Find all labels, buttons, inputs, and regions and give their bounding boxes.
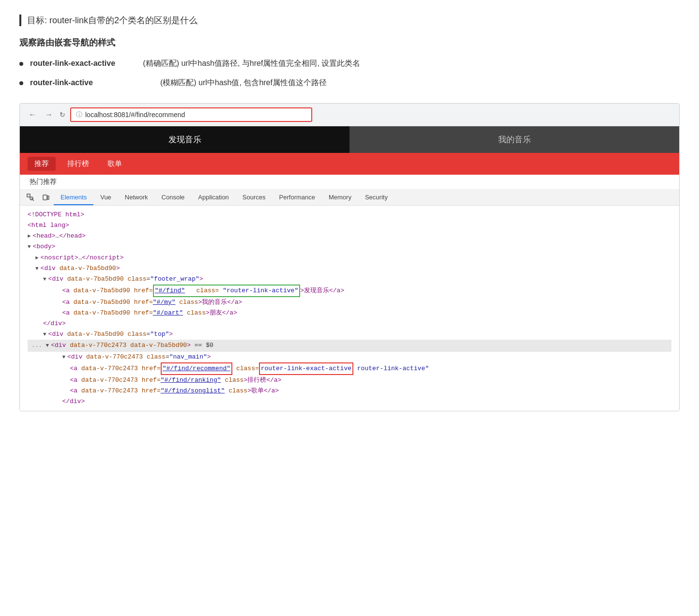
back-button[interactable]: ←: [27, 109, 38, 120]
devtools-tabs: Elements Vue Network Console Application…: [54, 190, 395, 205]
refresh-button[interactable]: ↻: [60, 111, 65, 119]
code-line-div-top: ▼ <div data-v-7ba5bd90 class = "top" >: [28, 329, 671, 340]
triangle-icon[interactable]: ▼: [35, 264, 39, 273]
tab-sources[interactable]: Sources: [236, 190, 273, 205]
triangle-icon[interactable]: ▼: [43, 330, 46, 339]
list-item: router-link-exact-active (精确匹配) url中hash…: [19, 57, 680, 70]
bullet-list: router-link-exact-active (精确匹配) url中hash…: [19, 57, 680, 89]
triangle-icon[interactable]: ▼: [28, 242, 31, 252]
tab-application[interactable]: Application: [191, 190, 236, 205]
devtools-toolbar: Elements Vue Network Console Application…: [20, 190, 679, 206]
tag-text: <head>: [33, 231, 56, 241]
tag-text: <html lang>: [28, 220, 69, 231]
code-line-div-outer: ▼ <div data-v-7ba5bd90 >: [28, 263, 671, 274]
code-line-div-close2: </div>: [28, 396, 671, 407]
music-subnav: 推荐 排行榜 歌单: [20, 153, 679, 175]
forward-button[interactable]: →: [43, 109, 55, 120]
code-line-a-songlist: <a data-v-770c2473 href= "#/find/songlis…: [28, 386, 671, 396]
tab-performance[interactable]: Performance: [273, 190, 322, 205]
goal-text: router-link自带的2个类名的区别是什么: [49, 15, 198, 25]
svg-rect-3: [47, 196, 49, 199]
code-line-div-highlighted: ... ▼ <div data-v-770c2473 data-v-7ba5bd…: [28, 340, 671, 351]
bullet-dot: [19, 62, 23, 66]
music-nav: 发现音乐 我的音乐: [20, 126, 679, 153]
triangle-icon[interactable]: ▼: [46, 341, 49, 350]
svg-rect-0: [27, 194, 30, 197]
code-line-head: ► <head>…</head>: [28, 231, 671, 241]
subnav-recommend[interactable]: 推荐: [28, 157, 56, 171]
music-nav-discover[interactable]: 发现音乐: [20, 126, 350, 153]
goal-label: 目标:: [27, 15, 47, 25]
tag-text: <!DOCTYPE html>: [28, 210, 84, 220]
code-line-div-close1: </div>: [28, 318, 671, 329]
list-item: router-link-active (模糊匹配) url中hash值, 包含h…: [19, 76, 680, 89]
tab-network[interactable]: Network: [118, 190, 155, 205]
inspect-element-button[interactable]: [24, 191, 37, 204]
browser-bar: ← → ↻ ⓘ localhost:8081/#/find/recommend: [20, 104, 679, 126]
code-line-div-footer: ▼ <div data-v-7ba5bd90 class = "footer_w…: [28, 274, 671, 285]
url-text: localhost:8081/#/find/recommend: [85, 111, 185, 119]
subnav-ranking[interactable]: 排行榜: [61, 157, 96, 171]
goal-title: 目标: router-link自带的2个类名的区别是什么: [19, 15, 680, 26]
bullet-dot: [19, 81, 23, 85]
code-line-a-recommend: <a data-v-770c2473 href= "#/find/recomme…: [28, 362, 671, 375]
red-box-class: router-link-exact-active: [259, 362, 353, 375]
bullet-key-2: router-link-active: [30, 76, 137, 89]
green-box-href: "#/find" class= "router-link-active": [153, 285, 301, 297]
code-line-a-find: <a data-v-7ba5bd90 href= "#/find" class=…: [28, 285, 671, 297]
red-box-href: "#/find/recommend": [161, 362, 232, 375]
article-area: 目标: router-link自带的2个类名的区别是什么 观察路由嵌套导航的样式…: [0, 0, 699, 411]
hot-recommend-label: 热门推荐: [20, 175, 679, 190]
tab-security[interactable]: Security: [358, 190, 395, 205]
code-line-a-ranking: <a data-v-770c2473 href= "#/find/ranking…: [28, 375, 671, 386]
dots-indicator: ...: [28, 340, 46, 351]
bullet-desc-1: (精确匹配) url中hash值路径, 与href属性值完全相同, 设置此类名: [138, 59, 360, 67]
code-line-html: <html lang>: [28, 220, 671, 231]
code-line-noscript: ► <noscript>…</noscript>: [28, 253, 671, 263]
url-bar[interactable]: ⓘ localhost:8081/#/find/recommend: [70, 107, 312, 122]
browser-mockup: ← → ↻ ⓘ localhost:8081/#/find/recommend …: [19, 103, 680, 411]
device-toggle-button[interactable]: [39, 191, 53, 204]
observe-title: 观察路由嵌套导航的样式: [19, 37, 680, 48]
triangle-icon[interactable]: ►: [35, 254, 39, 263]
tag-text: <body>: [33, 241, 56, 252]
triangle-icon[interactable]: ►: [28, 232, 31, 241]
music-nav-mymusic[interactable]: 我的音乐: [350, 126, 679, 153]
code-line-a-my: <a data-v-7ba5bd90 href= "#/my" class >我…: [28, 297, 671, 308]
triangle-icon[interactable]: ▼: [62, 353, 65, 362]
svg-rect-2: [43, 195, 47, 200]
subnav-songlist[interactable]: 歌单: [101, 157, 129, 171]
code-line-div-nav-main: ▼ <div data-v-770c2473 class = "nav_main…: [28, 352, 671, 362]
code-line-doctype: <!DOCTYPE html>: [28, 210, 671, 220]
bullet-key-1: router-link-exact-active: [30, 57, 137, 70]
tab-elements[interactable]: Elements: [54, 190, 93, 205]
triangle-icon[interactable]: ▼: [43, 275, 46, 284]
code-area: <!DOCTYPE html> <html lang> ► <head>…</h…: [20, 206, 679, 411]
tab-vue[interactable]: Vue: [93, 190, 118, 205]
tab-console[interactable]: Console: [155, 190, 192, 205]
bullet-desc-2: (模糊匹配) url中hash值, 包含href属性值这个路径: [138, 78, 327, 87]
tab-memory[interactable]: Memory: [322, 190, 358, 205]
code-line-body: ▼ <body>: [28, 241, 671, 252]
lock-icon: ⓘ: [76, 110, 82, 119]
code-line-a-part: <a data-v-7ba5bd90 href= "#/part" class …: [28, 308, 671, 318]
